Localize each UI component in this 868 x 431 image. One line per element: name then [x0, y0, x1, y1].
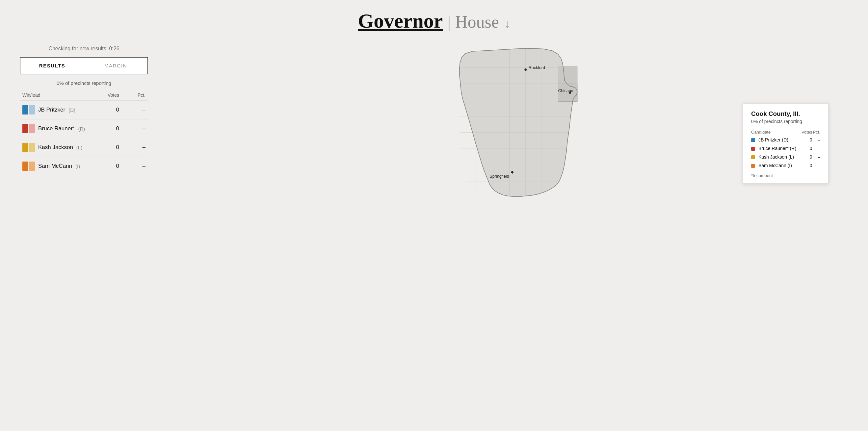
- tooltip-pct: –: [812, 136, 820, 144]
- tooltip-col-candidate: Candidate: [751, 129, 801, 136]
- col-header-votes: Votes: [86, 93, 119, 98]
- table-row: Kash Jackson (L) 0 –: [20, 138, 148, 157]
- table-row: Bruce Rauner* (R) 0 –: [20, 119, 148, 138]
- tab-results[interactable]: RESULTS: [21, 58, 84, 74]
- candidate-name: Bruce Rauner*: [38, 125, 75, 132]
- tooltip-box: Cook County, Ill. 0% of precincts report…: [743, 103, 829, 184]
- map-panel: Rockford Chicago Springfield Cook County…: [158, 39, 855, 277]
- tooltip-votes: 0: [801, 136, 812, 144]
- map-counties: [460, 48, 577, 197]
- tooltip-col-pct: Pct.: [812, 129, 820, 136]
- tooltip-table: Candidate Votes Pct. JB Pritzker (D) 0 –: [751, 129, 820, 170]
- governor-link[interactable]: Governor: [358, 9, 443, 33]
- col-header-win: Win/lead: [22, 93, 86, 98]
- candidate-votes: 0: [86, 144, 119, 151]
- results-header: Win/lead Votes Pct.: [20, 93, 148, 100]
- tooltip-candidate-name: Bruce Rauner* (R): [751, 144, 801, 153]
- table-row: JB Pritzker (D) 0 –: [20, 100, 148, 119]
- tooltip-votes: 0: [801, 144, 812, 153]
- candidate-name: JB Pritzker: [38, 107, 65, 113]
- house-link[interactable]: House: [455, 12, 499, 32]
- main-content: Checking for new results: 0:26 RESULTS M…: [0, 39, 868, 277]
- tab-margin[interactable]: MARGIN: [84, 58, 148, 74]
- timer-text: Checking for new results: 0:26: [20, 46, 148, 52]
- tooltip-votes: 0: [801, 153, 812, 161]
- color-swatch-primary: [22, 162, 28, 171]
- tab-bar: RESULTS MARGIN: [20, 57, 148, 74]
- candidate-info: JB Pritzker (D): [22, 105, 86, 114]
- candidate-info: Bruce Rauner* (R): [22, 124, 86, 133]
- tooltip-row: Kash Jackson (L) 0 –: [751, 153, 820, 161]
- color-block: [22, 162, 35, 171]
- candidate-pct: –: [119, 107, 146, 113]
- tooltip-precincts: 0% of precincts reporting: [751, 119, 820, 124]
- candidate-party: (R): [78, 126, 85, 132]
- tooltip-color-dot: [751, 164, 755, 168]
- color-swatch-primary: [22, 105, 28, 114]
- color-block: [22, 105, 35, 114]
- color-swatch-secondary: [29, 143, 35, 152]
- tooltip-votes: 0: [801, 161, 812, 170]
- candidate-pct: –: [119, 125, 146, 132]
- rockford-dot: [524, 68, 527, 71]
- tooltip-incumbent-note: *Incumbent: [751, 173, 820, 178]
- candidate-votes: 0: [86, 125, 119, 132]
- candidate-pct: –: [119, 144, 146, 151]
- color-block: [22, 143, 35, 152]
- color-block: [22, 124, 35, 133]
- tooltip-candidate-name: Sam McCann (I): [751, 161, 801, 170]
- tooltip-pct: –: [812, 153, 820, 161]
- tooltip-row: Bruce Rauner* (R) 0 –: [751, 144, 820, 153]
- candidate-votes: 0: [86, 163, 119, 169]
- page-header: Governor | House↓: [0, 0, 868, 39]
- col-header-pct: Pct.: [119, 93, 146, 98]
- color-swatch-secondary: [29, 162, 35, 171]
- candidate-party: (L): [76, 145, 82, 151]
- candidate-info: Sam McCann (I): [22, 162, 86, 171]
- tooltip-county: Cook County, Ill.: [751, 110, 820, 118]
- tooltip-color-dot: [751, 138, 755, 142]
- left-panel: Checking for new results: 0:26 RESULTS M…: [13, 39, 158, 277]
- divider-pipe: |: [447, 13, 451, 31]
- tooltip-row: Sam McCann (I) 0 –: [751, 161, 820, 170]
- color-swatch-secondary: [29, 105, 35, 114]
- chicago-label: Chicago: [558, 89, 574, 93]
- color-swatch-primary: [22, 143, 28, 152]
- color-swatch-secondary: [29, 124, 35, 133]
- tooltip-color-dot: [751, 155, 755, 159]
- precincts-label: 0% of precincts reporting: [20, 80, 148, 86]
- tooltip-candidate-name: JB Pritzker (D): [751, 136, 801, 144]
- tooltip-color-dot: [751, 147, 755, 151]
- candidate-party: (I): [75, 164, 80, 169]
- tooltip-pct: –: [812, 161, 820, 170]
- candidate-name: Kash Jackson: [38, 144, 73, 151]
- tooltip-pct: –: [812, 144, 820, 153]
- candidate-party: (D): [68, 107, 75, 113]
- candidate-pct: –: [119, 163, 146, 169]
- table-row: Sam McCann (I) 0 –: [20, 157, 148, 175]
- candidate-votes: 0: [86, 107, 119, 113]
- springfield-dot: [511, 171, 514, 174]
- candidate-info: Kash Jackson (L): [22, 143, 86, 152]
- tooltip-col-votes: Votes: [801, 129, 812, 136]
- candidate-name: Sam McCann: [38, 163, 72, 169]
- house-arrow: ↓: [504, 17, 510, 31]
- springfield-label: Springfield: [490, 174, 509, 179]
- tooltip-row: JB Pritzker (D) 0 –: [751, 136, 820, 144]
- rockford-label: Rockford: [529, 65, 545, 70]
- color-swatch-primary: [22, 124, 28, 133]
- tooltip-candidate-name: Kash Jackson (L): [751, 153, 801, 161]
